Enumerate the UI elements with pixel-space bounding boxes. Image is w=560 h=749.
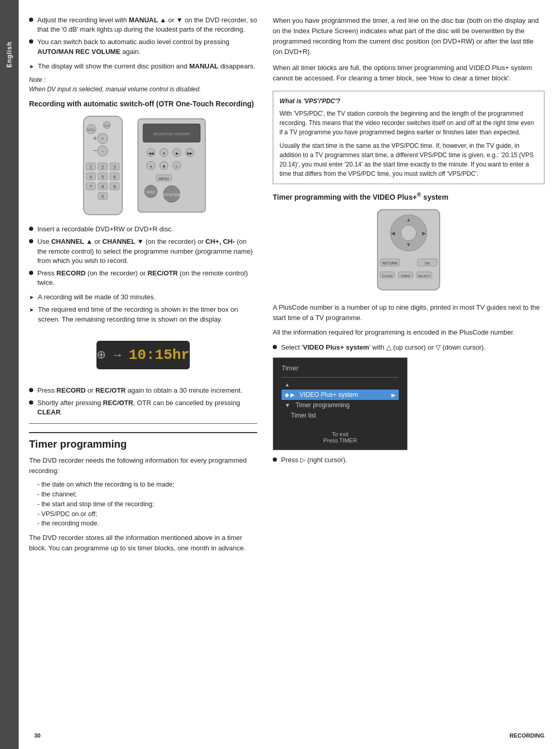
timer-intro-text: The DVD recorder needs the following inf…	[29, 455, 257, 476]
menu-arrow-right: ▶	[391, 392, 396, 398]
svg-text:◀: ◀	[391, 230, 395, 236]
video-plus-heading: Timer programming with the VIDEO Plus+® …	[273, 190, 544, 202]
bullet-dot	[29, 227, 33, 231]
intro-bullet-list: Adjust the recording level with MANUAL ▲…	[29, 16, 257, 57]
selected-arrow: ◆ ▶	[285, 392, 295, 398]
list-item: ➤ The display will show the current disc…	[29, 62, 257, 71]
vps-para-2: Usually the start time is the same as th…	[279, 141, 538, 178]
timer-para2: The DVD recorder stores all the informat…	[29, 533, 257, 553]
svg-text:CH: CH	[104, 124, 109, 128]
to-exit-label: To exit	[282, 431, 399, 437]
arrow-bullet-list: ➤ The display will show the current disc…	[29, 62, 257, 71]
arrow-icon: ➤	[29, 63, 34, 71]
right-intro-para-1: When you have programmed the timer, a re…	[273, 16, 544, 58]
vps-para-1: With 'VPS/PDC', the TV station controls …	[279, 109, 538, 137]
svg-text:RETURN: RETURN	[382, 261, 397, 265]
timer-menu-item-list: Timer list	[282, 410, 399, 421]
svg-text:◀◀: ◀◀	[148, 151, 154, 155]
main-content: Adjust the recording level with MANUAL ▲…	[19, 0, 560, 749]
video-plus-bullet: Select 'VIDEO Plus+ system' with △ (up c…	[273, 343, 544, 352]
timer-programming-heading: Timer programming	[29, 432, 257, 450]
timer-menu-title: Timer	[282, 364, 399, 372]
bullet-text: Insert a recordable DVD+RW or DVD+R disc…	[37, 225, 173, 234]
list-item: Press RECORD (on the recorder) or REC/OT…	[29, 269, 257, 287]
pluscode-para-1: A PlusCode number is a number of up to n…	[273, 302, 544, 323]
otr-display: ⊕ → 10:15hr	[96, 341, 190, 369]
list-item: Press ▷ (right cursor).	[273, 455, 544, 465]
video-plus-remote-svg: ▲ ▼ ◀ ▶ RETURN OK CLEAR TIMER SE	[367, 207, 450, 295]
timer-scroll-up: ▲	[285, 382, 399, 387]
bullet-text: The required end time of the recording i…	[38, 305, 257, 324]
svg-text:●: ●	[150, 164, 152, 168]
otr-time-display: 10:15hr	[129, 347, 190, 363]
bullet-text: Shortly after pressing REC/OTR, OTR can …	[37, 398, 257, 417]
list-item: the channel;	[37, 490, 257, 500]
list-item: the date on which the recording is to be…	[37, 480, 257, 490]
press-timer-label: Press TIMER	[282, 437, 399, 443]
svg-text:1: 1	[89, 164, 92, 170]
svg-text:4: 4	[89, 174, 92, 179]
bullet-dot	[29, 18, 33, 22]
otr-circle-icon: ⊕	[96, 348, 106, 362]
bullet-text: Press ▷ (right cursor).	[281, 455, 347, 465]
svg-text:+: +	[93, 134, 97, 142]
menu-item-label: Timer programming	[296, 401, 349, 409]
note-text: When DV input is selected, manual volume…	[29, 86, 257, 93]
svg-point-56	[401, 225, 416, 241]
bullet-text: Adjust the recording level with MANUAL ▲…	[37, 16, 257, 34]
list-item: ➤ A recording will be made of 30 minutes…	[29, 293, 257, 302]
svg-text:⏸: ⏸	[162, 151, 166, 155]
svg-text:SYSTEM: SYSTEM	[163, 192, 180, 197]
vps-info-box: What is 'VPS'/'PDC'? With 'VPS/PDC', the…	[273, 91, 544, 184]
svg-text:−: −	[101, 149, 104, 154]
list-item: Use CHANNEL ▲ or CHANNEL ▼ (on the recor…	[29, 237, 257, 266]
right-remote-svg: MONITOR ON/OFF ◀◀ ⏸ ▶ ▶▶ ● ■	[135, 114, 208, 217]
list-item: Shortly after pressing REC/OTR, OTR can …	[29, 398, 257, 417]
right-intro-para-2: When all timer blocks are full, the opti…	[273, 63, 544, 84]
svg-text:▶▶: ▶▶	[187, 151, 193, 155]
svg-text:▲: ▲	[406, 217, 411, 223]
svg-text:5: 5	[101, 174, 104, 179]
list-item: You can switch back to automatic audio l…	[29, 37, 257, 56]
pluscode-para-2: All the information required for program…	[273, 327, 544, 338]
bullet-text: Press RECORD (on the recorder) or REC/OT…	[37, 269, 257, 287]
bullet-text: Select 'VIDEO Plus+ system' with △ (up c…	[281, 343, 486, 352]
page-number: 30	[34, 732, 40, 739]
page-container: English Adjust the recording level with …	[0, 0, 560, 749]
page-footer: 30 RECORDING	[19, 732, 560, 739]
menu-item-label: VIDEO Plus+ system	[300, 391, 358, 398]
svg-text:■: ■	[163, 164, 165, 168]
arrow-icon: ➤	[29, 294, 34, 301]
list-item: Adjust the recording level with MANUAL ▲…	[29, 16, 257, 34]
svg-text:8: 8	[101, 184, 104, 189]
sidebar-label: English	[6, 41, 13, 67]
otr-bullet-list: Insert a recordable DVD+RW or DVD+R disc…	[29, 225, 257, 287]
bullet-text: Use CHANNEL ▲ or CHANNEL ▼ (on the recor…	[37, 237, 257, 266]
bullet-dot	[29, 271, 33, 275]
svg-text:9: 9	[113, 184, 116, 189]
svg-text:+: +	[101, 136, 104, 142]
divider	[29, 423, 257, 424]
bullet-dot	[273, 345, 277, 349]
list-item: Select 'VIDEO Plus+ system' with △ (up c…	[273, 343, 544, 352]
timer-info-list: the date on which the recording is to be…	[37, 480, 257, 529]
svg-text:▼: ▼	[406, 242, 411, 247]
svg-text:VOL: VOL	[87, 128, 96, 132]
arrow-icon: ➤	[29, 306, 34, 314]
left-column: Adjust the recording level with MANUAL ▲…	[29, 16, 257, 733]
bullet-text: The display will show the current disc p…	[38, 62, 255, 71]
bullet-dot	[29, 39, 33, 44]
bullet-text: A recording will be made of 30 minutes.	[38, 293, 156, 302]
bullet-dot	[29, 239, 33, 243]
sidebar: English	[0, 0, 19, 749]
svg-text:2: 2	[101, 164, 104, 170]
note-label: Note :	[29, 76, 257, 84]
vps-title: What is 'VPS'/'PDC'?	[279, 96, 538, 106]
bullet-text: Press RECORD or REC/OTR again to obtain …	[37, 386, 242, 395]
list-item: the recording mode.	[37, 519, 257, 529]
timer-to-exit: To exit Press TIMER	[282, 431, 399, 443]
svg-text:−: −	[93, 146, 97, 155]
timer-menu-box: Timer ▲ ◆ ▶ VIDEO Plus+ system ▶ ▼ Timer…	[273, 357, 408, 450]
left-remote-svg: VOL CH + − + − 1 2 3 4	[78, 114, 128, 217]
list-item: Press RECORD or REC/OTR again to obtain …	[29, 386, 257, 395]
